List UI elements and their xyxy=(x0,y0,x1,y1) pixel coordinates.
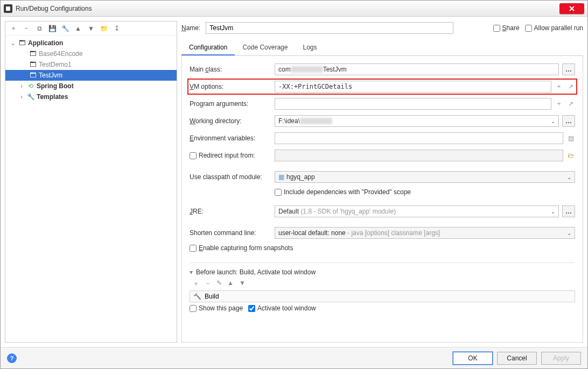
program-args-input[interactable] xyxy=(275,98,551,110)
expand-icon[interactable]: ↗ xyxy=(566,100,575,108)
add-icon[interactable]: ＋ xyxy=(193,279,199,288)
tree-item-base64encode[interactable]: 🗔 Base64Encode xyxy=(5,48,177,59)
program-args-label: Program arguments: xyxy=(190,100,275,108)
run-config-icon: 🗔 xyxy=(29,50,37,58)
plus-icon[interactable]: + xyxy=(555,83,563,90)
left-panel: ＋ － ⧉ 💾 🔧 ▲ ▼ 📁 ↧ ⌄ 🗔 Application xyxy=(5,21,177,343)
expand-icon[interactable]: ↗ xyxy=(566,83,575,90)
save-icon[interactable]: 💾 xyxy=(48,25,56,32)
down-icon[interactable]: ▼ xyxy=(239,279,246,288)
chevron-right-icon: › xyxy=(18,93,25,101)
before-launch-header[interactable]: ▾ Before launch: Build, Activate tool wi… xyxy=(190,268,575,276)
window-title: Run/Debug Configurations xyxy=(16,5,559,12)
browse-main-class-button[interactable]: … xyxy=(562,63,575,75)
hammer-icon: 🔨 xyxy=(193,293,201,300)
copy-icon[interactable]: ⧉ xyxy=(36,25,43,32)
main-class-input[interactable]: comTestJvm xyxy=(275,63,559,75)
dialog-body: ＋ － ⧉ 💾 🔧 ▲ ▼ 📁 ↧ ⌄ 🗔 Application xyxy=(1,17,587,347)
up-icon[interactable]: ▲ xyxy=(74,25,82,32)
row-classpath: Use classpath of module: ▦ hgyq_app ⌄ xyxy=(190,171,575,183)
tree-label: Application xyxy=(28,39,63,47)
svg-rect-0 xyxy=(6,6,10,11)
classpath-label: Use classpath of module: xyxy=(190,173,275,181)
sort-icon[interactable]: ↧ xyxy=(113,25,121,32)
browse-jre-button[interactable]: … xyxy=(562,205,575,217)
before-launch-item-build[interactable]: 🔨 Build xyxy=(190,290,575,302)
jre-combo[interactable]: Default (1.8 - SDK of 'hgyq_app' module)… xyxy=(275,205,559,217)
tab-code-coverage[interactable]: Code Coverage xyxy=(235,40,295,55)
titlebar: Run/Debug Configurations xyxy=(1,1,587,17)
tab-logs[interactable]: Logs xyxy=(295,40,324,55)
list-icon[interactable]: ▤ xyxy=(566,134,575,142)
row-include-provided: Include dependencies with "Provided" sco… xyxy=(190,188,575,196)
tabs: Configuration Code Coverage Logs xyxy=(181,40,583,56)
help-button[interactable]: ? xyxy=(7,353,17,363)
tree-item-testjvm[interactable]: 🗔 TestJvm xyxy=(5,70,177,81)
redirect-input-field xyxy=(275,150,563,161)
dialog-window: Run/Debug Configurations ＋ － ⧉ 💾 🔧 ▲ ▼ 📁… xyxy=(0,0,588,369)
tree-node-templates[interactable]: › 🔧 Templates xyxy=(5,91,177,102)
folder-icon: 🗁 xyxy=(566,152,575,159)
activate-tool-window-checkbox[interactable]: Activate tool window xyxy=(248,304,316,312)
cancel-button[interactable]: Cancel xyxy=(497,352,537,365)
name-input[interactable] xyxy=(206,22,453,34)
row-vm-options: VM options: -XX:+PrintGCDetails + ↗ xyxy=(190,81,575,93)
env-vars-input[interactable] xyxy=(275,132,563,144)
chevron-right-icon: › xyxy=(18,82,25,90)
close-button[interactable] xyxy=(559,3,584,14)
chevron-down-icon: ⌄ xyxy=(567,230,571,236)
remove-icon[interactable]: － xyxy=(205,279,211,288)
plus-icon[interactable]: + xyxy=(555,100,563,108)
name-label: Name: xyxy=(181,24,200,32)
redirect-input-checkbox[interactable]: Redirect input from: xyxy=(190,152,275,159)
config-panel: Main class: comTestJvm … VM options: xyxy=(181,56,583,343)
folder-icon[interactable]: 📁 xyxy=(100,25,108,32)
before-launch-section: ▾ Before launch: Build, Activate tool wi… xyxy=(190,262,575,312)
tree-label: Base64Encode xyxy=(39,50,82,58)
right-panel: Name: Share Allow parallel run Configura… xyxy=(181,21,583,343)
down-icon[interactable]: ▼ xyxy=(87,25,95,32)
tab-configuration[interactable]: Configuration xyxy=(181,40,235,55)
shorten-combo[interactable]: user-local default: none - java [options… xyxy=(275,227,575,239)
vm-options-input[interactable]: -XX:+PrintGCDetails xyxy=(275,81,551,93)
env-vars-label: Environment variables: xyxy=(190,134,275,142)
snapshots-checkbox[interactable]: Enable capturing form snapshots xyxy=(190,244,293,252)
app-icon xyxy=(4,4,12,13)
remove-icon[interactable]: － xyxy=(23,24,30,33)
up-icon[interactable]: ▲ xyxy=(227,279,234,288)
row-redirect-input: Redirect input from: 🗁 xyxy=(190,150,575,161)
shorten-label: Shorten command line: xyxy=(190,229,275,237)
before-launch-options: Show this page Activate tool window xyxy=(190,304,575,312)
allow-parallel-checkbox[interactable]: Allow parallel run xyxy=(525,24,583,32)
tree-label: TestDemo1 xyxy=(39,61,72,68)
wrench-icon[interactable]: 🔧 xyxy=(61,25,69,32)
browse-working-dir-button[interactable]: … xyxy=(562,115,575,127)
apply-button[interactable]: Apply xyxy=(541,352,581,365)
include-provided-checkbox[interactable]: Include dependencies with "Provided" sco… xyxy=(275,188,411,196)
edit-icon[interactable]: ✎ xyxy=(216,279,222,288)
vm-options-label: VM options: xyxy=(190,83,275,90)
classpath-combo[interactable]: ▦ hgyq_app ⌄ xyxy=(275,171,575,183)
chevron-down-icon: ⌄ xyxy=(551,209,555,215)
tree-node-springboot[interactable]: › ⟲ Spring Boot xyxy=(5,81,177,91)
tree-node-application[interactable]: ⌄ 🗔 Application xyxy=(5,38,177,48)
row-program-args: Program arguments: + ↗ xyxy=(190,98,575,110)
springboot-icon: ⟲ xyxy=(27,82,34,90)
dialog-footer: ? OK Cancel Apply xyxy=(1,347,587,368)
module-icon: ▦ xyxy=(278,173,284,181)
chevron-down-icon: ⌄ xyxy=(551,118,555,124)
tree-label: Templates xyxy=(37,93,68,101)
show-this-page-checkbox[interactable]: Show this page xyxy=(190,304,243,312)
ok-button[interactable]: OK xyxy=(453,352,493,365)
add-icon[interactable]: ＋ xyxy=(10,24,17,33)
row-shorten: Shorten command line: user-local default… xyxy=(190,227,575,239)
left-toolbar: ＋ － ⧉ 💾 🔧 ▲ ▼ 📁 ↧ xyxy=(5,22,177,36)
main-class-label: Main class: xyxy=(190,66,275,73)
tree-label: TestJvm xyxy=(39,72,62,79)
vm-options-highlight: VM options: -XX:+PrintGCDetails + ↗ xyxy=(187,79,577,95)
working-dir-label: Working directory: xyxy=(190,117,275,125)
application-icon: 🗔 xyxy=(18,39,26,47)
share-checkbox[interactable]: Share xyxy=(493,24,520,32)
tree-item-testdemo1[interactable]: 🗔 TestDemo1 xyxy=(5,59,177,70)
working-dir-input[interactable]: F:\idea\ ⌄ xyxy=(275,115,559,127)
